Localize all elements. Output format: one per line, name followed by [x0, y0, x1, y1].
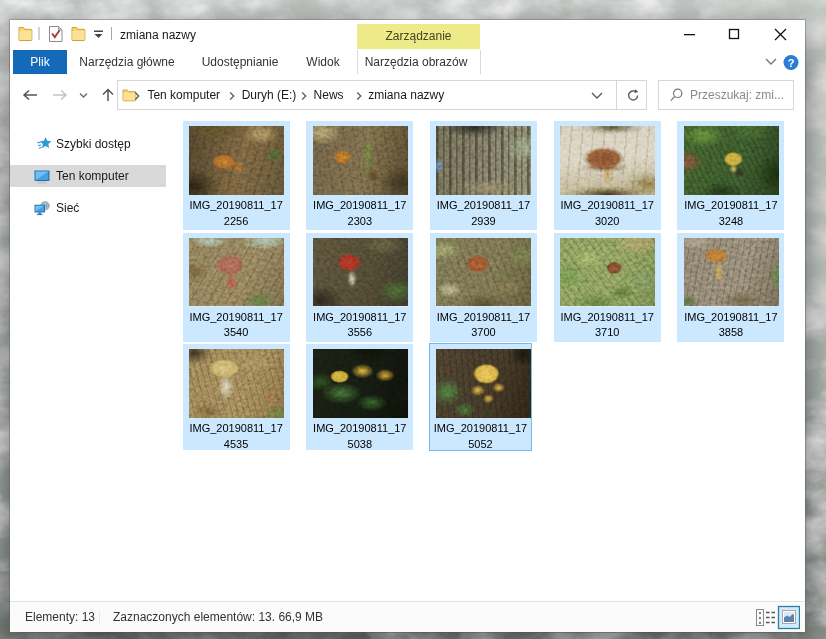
svg-text:?: ?	[788, 57, 795, 69]
